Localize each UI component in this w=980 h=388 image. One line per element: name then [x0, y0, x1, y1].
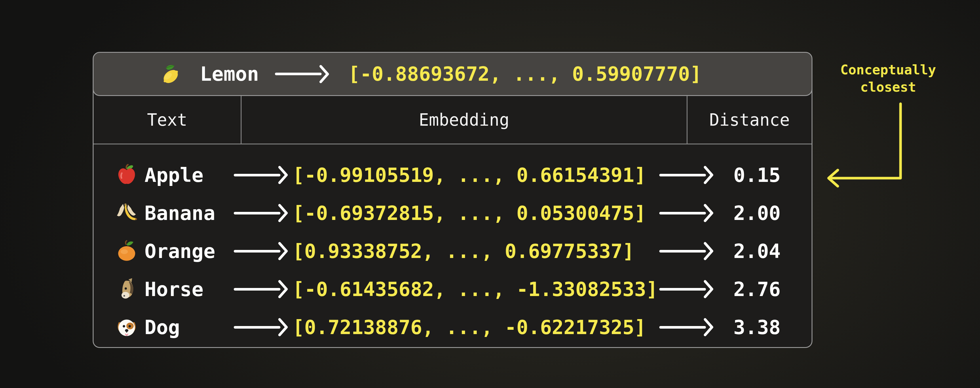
- apple-icon: [116, 164, 145, 186]
- table-row: Apple [-0.99105519, ..., 0.66154391] 0.1…: [94, 156, 811, 194]
- right-arrow-icon: [659, 241, 714, 261]
- row-embedding: [-0.69372815, ..., 0.05300475]: [288, 202, 659, 225]
- lemon-icon: [160, 63, 189, 85]
- table-row: Dog [0.72138876, ..., -0.62217325] 3.38: [94, 308, 811, 346]
- table-row: Horse [-0.61435682, ..., -1.33082533] 2.…: [94, 270, 811, 308]
- column-header-distance: Distance: [687, 96, 811, 144]
- row-label: Dog: [145, 316, 234, 339]
- right-arrow-icon: [234, 279, 288, 299]
- row-label: Orange: [145, 240, 234, 263]
- horse-icon: [116, 278, 145, 300]
- dog-icon: [116, 316, 145, 338]
- banana-icon: [116, 202, 145, 224]
- query-bar: Lemon [-0.88693672, ..., 0.59907770]: [93, 52, 813, 96]
- row-distance: 0.15: [714, 164, 811, 187]
- orange-icon: [116, 240, 145, 262]
- embedding-table-card: Lemon [-0.88693672, ..., 0.59907770] Tex…: [93, 52, 813, 348]
- right-arrow-icon: [659, 279, 714, 299]
- embedding-table: Text Embedding Distance Apple [-0.991055…: [93, 74, 813, 348]
- row-distance: 2.04: [714, 240, 811, 263]
- column-header-text: Text: [94, 96, 241, 144]
- annotation-line2: closest: [835, 78, 942, 96]
- table-row: Banana [-0.69372815, ..., 0.05300475] 2.…: [94, 194, 811, 232]
- row-label: Apple: [145, 164, 234, 187]
- annotation-line1: Conceptually: [835, 61, 942, 78]
- right-arrow-icon: [234, 241, 288, 261]
- table-row: Orange [0.93338752, ..., 0.69775337] 2.0…: [94, 232, 811, 270]
- row-distance: 3.38: [714, 316, 811, 339]
- query-label: Lemon: [200, 62, 259, 85]
- right-arrow-icon: [234, 165, 288, 185]
- row-embedding: [0.72138876, ..., -0.62217325]: [288, 316, 659, 339]
- row-embedding: [0.93338752, ..., 0.69775337]: [288, 240, 659, 263]
- query-embedding: [-0.88693672, ..., 0.59907770]: [348, 62, 702, 85]
- row-embedding: [-0.99105519, ..., 0.66154391]: [288, 164, 659, 187]
- right-arrow-icon: [275, 64, 329, 84]
- column-header-row: Text Embedding Distance: [94, 96, 811, 144]
- right-arrow-icon: [659, 318, 714, 337]
- annotation-arrow-icon: [818, 101, 910, 190]
- annotation-label: Conceptually closest: [835, 61, 942, 96]
- right-arrow-icon: [234, 203, 288, 223]
- right-arrow-icon: [234, 318, 288, 337]
- query-row: Lemon [-0.88693672, ..., 0.59907770]: [160, 62, 702, 85]
- right-arrow-icon: [659, 203, 714, 223]
- column-header-embedding: Embedding: [241, 96, 687, 144]
- row-distance: 2.00: [714, 202, 811, 225]
- right-arrow-icon: [659, 165, 714, 185]
- row-label: Horse: [145, 278, 234, 301]
- row-embedding: [-0.61435682, ..., -1.33082533]: [288, 278, 659, 301]
- diagram-canvas: Lemon [-0.88693672, ..., 0.59907770] Tex…: [0, 0, 980, 388]
- table-rows: Apple [-0.99105519, ..., 0.66154391] 0.1…: [94, 144, 811, 346]
- row-label: Banana: [145, 202, 234, 225]
- row-distance: 2.76: [714, 278, 811, 301]
